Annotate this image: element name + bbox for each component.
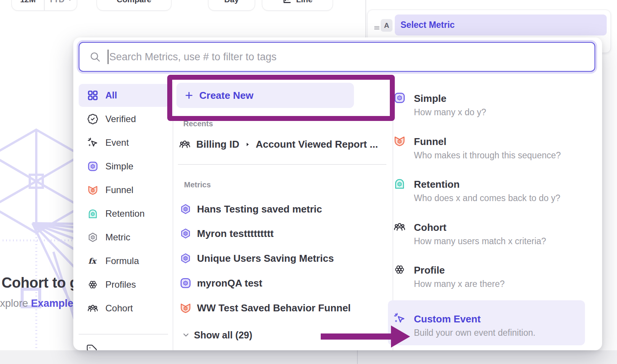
metric-item-unique-users[interactable]: Unique Users Saving Metrics (179, 248, 334, 269)
cohort-icon (179, 138, 191, 150)
sidebar-item-metric[interactable]: Metric (79, 226, 170, 249)
retention-icon (87, 208, 99, 219)
chevron-down-icon (67, 0, 73, 3)
recents-heading: Recents (183, 120, 213, 127)
funnel-icon (87, 184, 99, 196)
search-input[interactable] (79, 43, 594, 71)
select-metric-dialog: All Verified Event Simple Funnel Retenti… (73, 37, 602, 350)
text-cursor (108, 50, 108, 64)
line-chart-icon (282, 0, 292, 5)
drag-handle-icon[interactable] (373, 24, 381, 32)
svg-text:fx: fx (88, 256, 97, 266)
sidebar-item-simple[interactable]: Simple (79, 155, 170, 178)
metric-type-profile[interactable]: ProfileHow many x are there? (393, 263, 505, 290)
panel-divider-bottom (357, 350, 358, 364)
select-metric-field[interactable]: Select Metric (395, 14, 607, 35)
compare-button[interactable]: Compare (97, 0, 171, 11)
day-granularity-button[interactable]: Day (208, 0, 255, 11)
sidebar-divider (79, 334, 168, 335)
explore-prefix: xplore (0, 298, 31, 309)
profiles-icon (87, 279, 99, 290)
sidebar-item-profiles[interactable]: Profiles (79, 273, 170, 296)
chevron-down-icon (182, 331, 190, 339)
sidebar-item-cohort[interactable]: Cohort (79, 297, 170, 320)
empty-state-subtext: xplore Example (0, 298, 73, 309)
metric-item-ww-test-funnel[interactable]: WW Test Saved Behavior Funnel (179, 297, 351, 319)
canvas-bottom-strip (0, 350, 617, 364)
sidebar-item-verified[interactable]: Verified (79, 108, 170, 130)
panel-divider (365, 0, 366, 38)
funnel-icon (179, 302, 192, 314)
sidebar-item-retention[interactable]: Retention (79, 202, 170, 225)
funnel-icon (393, 135, 406, 147)
saved-metric-icon (179, 203, 192, 215)
date-range-group: 12M YTD (11, 0, 77, 11)
formula-icon: fx (87, 255, 99, 267)
breadcrumb-separator-icon (245, 142, 250, 147)
saved-metric-icon (179, 252, 192, 264)
metric-item-myron-test[interactable]: Myron testtttttttt (179, 223, 274, 244)
grid-icon (87, 90, 99, 101)
metric-search-box (79, 42, 595, 72)
sidebar-item-formula[interactable]: fx Formula (79, 250, 170, 272)
verified-seal-icon (87, 113, 99, 125)
tag-icon[interactable] (86, 344, 98, 350)
retention-icon (393, 177, 406, 190)
series-a-badge: A (381, 19, 392, 32)
saved-metric-icon (179, 227, 192, 240)
plus-icon (184, 90, 194, 100)
example-reports-link[interactable]: Example (31, 298, 73, 309)
recent-item-billing-id[interactable]: Billing ID Account Viewed Report ... (179, 134, 378, 155)
simple-metric-icon (87, 161, 99, 172)
create-new-button[interactable]: Create New (176, 83, 354, 108)
metrics-heading: Metrics (184, 181, 211, 188)
event-cursor-icon (393, 312, 406, 325)
search-icon (89, 51, 101, 63)
metric-hexagon-icon (87, 232, 99, 243)
line-chart-type-button[interactable]: Line (262, 0, 333, 11)
sidebar-item-event[interactable]: Event (79, 131, 170, 154)
metric-type-custom-event[interactable]: Custom EventBuild your own event definit… (393, 312, 535, 338)
profiles-icon (393, 263, 406, 276)
metric-type-simple[interactable]: SimpleHow many x do y? (393, 92, 486, 118)
metric-type-cohort[interactable]: CohortHow many users match x criteria? (393, 221, 546, 247)
show-all-button[interactable]: Show all (29) (182, 329, 252, 341)
simple-metric-icon (393, 92, 406, 104)
metric-item-myronqa-test[interactable]: myronQA test (179, 272, 262, 294)
range-ytd-button[interactable]: YTD (45, 0, 77, 10)
cohort-icon (393, 221, 406, 233)
sidebar-item-all[interactable]: All (79, 84, 170, 107)
column-divider (173, 82, 173, 350)
section-divider (178, 164, 386, 165)
metric-type-retention[interactable]: RetentionWho does x and comes back to do… (393, 177, 560, 204)
event-cursor-icon (87, 137, 99, 148)
simple-metric-icon (179, 277, 192, 289)
cohort-icon (87, 303, 99, 314)
range-12m-button[interactable]: 12M (12, 0, 44, 10)
sidebar-item-funnel[interactable]: Funnel (79, 179, 170, 201)
metric-item-hans-testing[interactable]: Hans Testing saved metric (179, 198, 322, 220)
app-screenshot: 12M YTD Compare Day Line Cohort to ge (0, 0, 617, 364)
metric-type-funnel[interactable]: FunnelWho makes it through this sequence… (393, 135, 561, 161)
